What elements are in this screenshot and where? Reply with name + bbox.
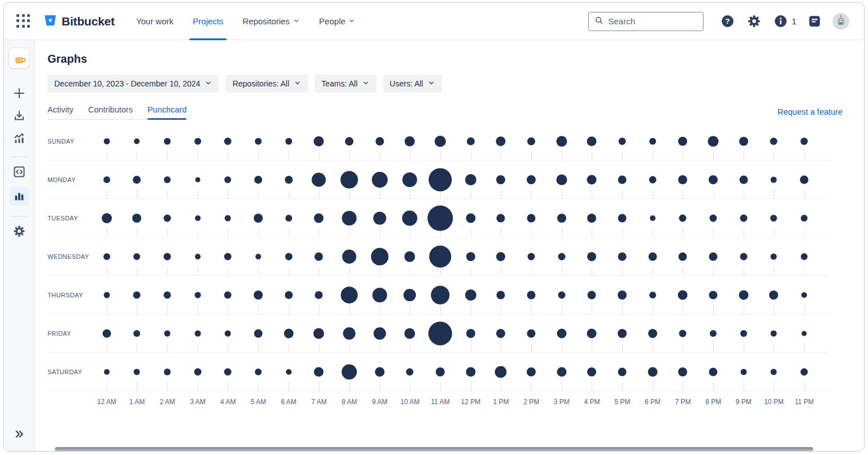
punchcard-dot[interactable] [224, 369, 232, 376]
import-download-icon[interactable] [11, 108, 27, 124]
activity-graph-icon[interactable] [11, 131, 27, 146]
punchcard-dot[interactable] [164, 253, 171, 261]
punchcard-dot[interactable] [740, 330, 747, 337]
punchcard-dot[interactable] [164, 215, 171, 222]
punchcard-dot[interactable] [133, 330, 140, 337]
punchcard-dot[interactable] [678, 291, 688, 300]
punchcard-dot[interactable] [102, 330, 111, 338]
punchcard-dot[interactable] [372, 288, 387, 302]
punchcard-dot[interactable] [375, 367, 384, 377]
punchcard-dot[interactable] [341, 287, 358, 304]
punchcard-dot[interactable] [496, 329, 505, 338]
punchcard-dot[interactable] [194, 331, 201, 337]
punchcard-dot[interactable] [436, 367, 445, 376]
punchcard-dot[interactable] [708, 136, 718, 147]
nav-projects[interactable]: Projects [193, 3, 223, 40]
punchcard-dot[interactable] [618, 138, 626, 145]
app-switcher-icon[interactable] [16, 14, 31, 29]
punchcard-dot[interactable] [134, 369, 140, 375]
punchcard-dot[interactable] [588, 291, 596, 300]
punchcard-dot[interactable] [678, 175, 687, 184]
punchcard-dot[interactable] [800, 369, 808, 376]
punchcard-dot[interactable] [618, 329, 627, 338]
punchcard-dot[interactable] [194, 138, 201, 145]
punchcard-dot[interactable] [224, 253, 232, 261]
punchcard-dot[interactable] [286, 369, 292, 375]
search-box[interactable] [588, 12, 704, 31]
request-feature-link[interactable]: Request a feature [778, 107, 843, 120]
punchcard-dot[interactable] [527, 367, 536, 376]
nav-people[interactable]: People [319, 3, 356, 40]
expand-sidebar-icon[interactable] [11, 426, 27, 442]
punchcard-dot[interactable] [527, 137, 535, 145]
help-icon[interactable]: ? [719, 13, 736, 30]
punchcard-dot[interactable] [164, 176, 171, 183]
punchcard-dot[interactable] [649, 138, 656, 145]
punchcard-dot[interactable] [618, 368, 626, 376]
punchcard-dot[interactable] [496, 252, 505, 261]
punchcard-dot[interactable] [195, 177, 200, 183]
punchcard-dot[interactable] [496, 137, 506, 146]
punchcard-dot[interactable] [402, 211, 418, 226]
settings-gear-icon[interactable] [745, 13, 762, 30]
punchcard-dot[interactable] [648, 253, 657, 261]
punchcard-dot[interactable] [801, 253, 808, 260]
punchcard-dot[interactable] [314, 328, 324, 339]
punchcard-dot[interactable] [314, 214, 324, 223]
punchcard-dot[interactable] [466, 252, 475, 261]
teams-filter[interactable]: Teams: All [315, 75, 376, 93]
punchcard-dot[interactable] [132, 214, 141, 223]
punchcard-dot[interactable] [556, 136, 567, 147]
punchcard-dot[interactable] [739, 291, 748, 300]
punchcard-dot[interactable] [465, 174, 476, 185]
punchcard-dot[interactable] [195, 215, 201, 221]
punchcard-dot[interactable] [315, 253, 323, 261]
punchcard-dot[interactable] [771, 254, 777, 260]
punchcard-dot[interactable] [587, 329, 597, 339]
punchcard-dot[interactable] [557, 214, 566, 223]
punchcard-dot[interactable] [224, 292, 232, 299]
punchcard-dot[interactable] [650, 215, 656, 221]
punchcard-dot[interactable] [372, 172, 388, 188]
punchcard-dot[interactable] [103, 253, 110, 260]
punchcard-dot[interactable] [405, 328, 415, 339]
punchcard-dot[interactable] [558, 292, 565, 299]
user-avatar[interactable] [832, 13, 849, 30]
punchcard-dot[interactable] [618, 291, 627, 300]
punchcard-dot[interactable] [371, 248, 388, 266]
punchcard-dot[interactable] [103, 138, 110, 145]
punchcard-dot[interactable] [285, 215, 292, 222]
punchcard-dot[interactable] [134, 138, 140, 144]
punchcard-dot[interactable] [679, 215, 687, 222]
punchcard-dot[interactable] [739, 176, 748, 184]
punchcard-dot[interactable] [587, 214, 596, 223]
code-icon[interactable] [11, 164, 27, 180]
create-plus-icon[interactable] [11, 85, 27, 101]
search-input[interactable] [608, 16, 687, 26]
punchcard-dot[interactable] [164, 292, 171, 299]
changelog-icon[interactable] [806, 13, 823, 30]
punchcard-dot[interactable] [225, 331, 231, 337]
punchcard-dot[interactable] [164, 331, 171, 337]
graphs-bar-chart-icon[interactable] [10, 187, 29, 206]
punchcard-dot[interactable] [709, 175, 718, 184]
punchcard-dot[interactable] [709, 368, 717, 376]
punchcard-dot[interactable] [431, 286, 450, 305]
punchcard-dot[interactable] [771, 177, 777, 183]
punchcard-dot[interactable] [678, 367, 687, 376]
punchcard-dot[interactable] [710, 330, 717, 337]
punchcard-dot[interactable] [342, 365, 357, 380]
punchcard-dot[interactable] [678, 137, 687, 146]
punchcard-dot[interactable] [679, 330, 687, 337]
punchcard-dot[interactable] [801, 331, 806, 336]
punchcard-dot[interactable] [739, 137, 748, 146]
punchcard-dot[interactable] [435, 136, 446, 147]
punchcard-dot[interactable] [345, 137, 354, 146]
punchcard-dot[interactable] [428, 206, 453, 231]
punchcard-dot[interactable] [587, 367, 596, 376]
punchcard-dot[interactable] [618, 176, 626, 184]
punchcard-dot[interactable] [133, 292, 141, 299]
project-avatar-beer[interactable] [9, 48, 29, 68]
tab-punchcard[interactable]: Punchcard [147, 105, 186, 120]
punchcard-dot[interactable] [496, 175, 505, 184]
